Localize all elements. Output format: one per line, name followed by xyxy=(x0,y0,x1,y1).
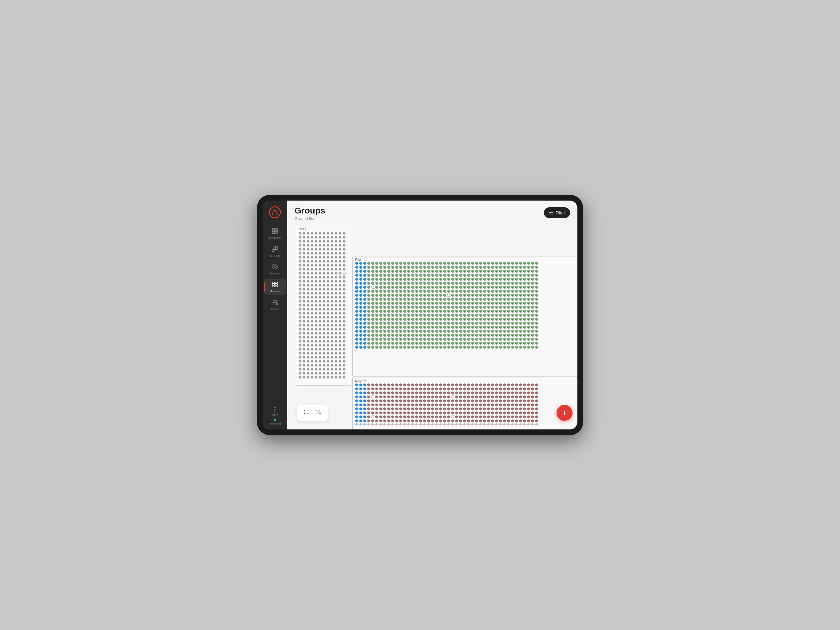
zoom-toolbar xyxy=(297,405,328,421)
sidebar-item-devices[interactable]: Devices xyxy=(264,261,286,277)
sidebar-item-structure[interactable]: Structure xyxy=(264,243,286,260)
hall1-zone: Hall 1 (function(){ // Will be rendered … xyxy=(296,226,351,386)
svg-rect-13 xyxy=(275,284,277,285)
svg-rect-14 xyxy=(272,286,275,287)
svg-rect-11 xyxy=(275,282,277,283)
svg-rect-5 xyxy=(272,250,274,251)
sidebar-item-structure-label: Structure xyxy=(269,254,281,257)
filter-label: Filter xyxy=(556,211,565,215)
header-titles: Groups Ground floor xyxy=(295,206,325,221)
svg-point-19 xyxy=(276,300,277,301)
floor-plan[interactable]: Hall 1 (function(){ // Will be rendered … xyxy=(287,223,578,429)
svg-rect-12 xyxy=(272,284,275,285)
room1-label: Room 1 xyxy=(355,258,366,261)
svg-rect-10 xyxy=(272,282,275,283)
room1-zone: Room 1 xyxy=(352,256,578,377)
page-subtitle: Ground floor xyxy=(295,216,325,221)
sidebar-item-groups[interactable]: Groups xyxy=(264,279,286,295)
status-indicator xyxy=(274,419,276,421)
fab-icon: + xyxy=(562,409,567,417)
filter-button[interactable]: ☰ Filter xyxy=(544,207,570,218)
svg-point-0 xyxy=(269,207,280,218)
room2-label: Room 2 xyxy=(355,380,366,383)
sidebar-nav: Overview Structure xyxy=(264,225,286,405)
scenes-icon xyxy=(272,299,278,307)
tablet-frame: Overview Structure xyxy=(257,195,583,435)
svg-rect-4 xyxy=(275,231,277,233)
tablet-screen: Overview Structure xyxy=(262,201,578,429)
svg-rect-15 xyxy=(275,286,277,287)
add-fab-button[interactable]: + xyxy=(556,405,573,421)
svg-point-9 xyxy=(272,264,278,269)
svg-rect-1 xyxy=(272,229,275,231)
svg-rect-3 xyxy=(272,231,275,233)
status-label: Verbunden xyxy=(269,423,281,425)
devices-icon xyxy=(272,263,278,271)
header: Groups Ground floor ☰ Filter xyxy=(287,201,578,223)
sidebar-item-overview-label: Overview xyxy=(269,236,281,239)
svg-point-8 xyxy=(274,266,276,268)
filter-icon: ☰ xyxy=(549,210,553,216)
structure-icon xyxy=(272,245,278,253)
hall1-label: Hall 1 xyxy=(298,227,306,231)
sidebar-more-label: More xyxy=(272,413,278,416)
zoom-fit-button[interactable] xyxy=(303,409,309,416)
svg-point-21 xyxy=(277,304,278,305)
floor-container: Hall 1 (function(){ // Will be rendered … xyxy=(292,226,573,424)
main-content: Groups Ground floor ☰ Filter Hall 1 xyxy=(287,201,578,429)
sidebar-item-overview[interactable]: Overview xyxy=(264,225,286,242)
room2-zone: Room 2 xyxy=(352,378,578,429)
zoom-reset-button[interactable] xyxy=(316,409,322,416)
svg-point-20 xyxy=(276,302,277,303)
svg-rect-2 xyxy=(275,229,277,231)
sidebar-item-groups-label: Groups xyxy=(270,290,279,293)
svg-line-22 xyxy=(317,410,321,414)
overview-icon xyxy=(272,228,278,235)
app-logo[interactable] xyxy=(268,206,282,219)
groups-icon xyxy=(272,281,278,289)
sidebar-item-scenes-label: Scenes xyxy=(270,308,279,311)
sidebar-item-more[interactable]: More xyxy=(264,405,286,419)
sidebar-item-scenes[interactable]: Scenes xyxy=(264,296,286,313)
connection-status: Verbunden xyxy=(269,419,281,427)
sidebar-item-devices-label: Devices xyxy=(270,272,280,275)
more-dots-icon xyxy=(274,407,275,413)
page-title: Groups xyxy=(295,206,325,216)
sidebar: Overview Structure xyxy=(262,201,287,429)
